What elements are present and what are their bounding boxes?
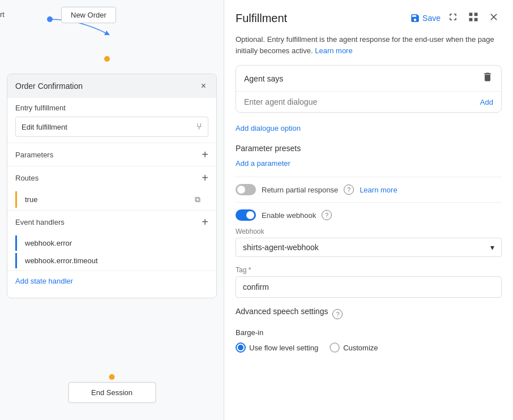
divider-2	[236, 202, 502, 203]
event-item-webhook-timeout[interactable]: webhook.error.timeout	[15, 253, 208, 268]
barge-in-options: Use flow level setting Customize	[236, 342, 502, 353]
add-parameter-button[interactable]: +	[202, 149, 208, 160]
node-new-order[interactable]: New Order	[61, 7, 116, 23]
node-hours: rt	[0, 10, 5, 19]
copy-icon: ⧉	[195, 195, 200, 204]
add-state-handler-button[interactable]: Add state handler	[7, 271, 81, 291]
event-label-1: webhook.error	[25, 239, 72, 247]
agent-says-header: Agent says	[236, 66, 501, 92]
save-icon	[410, 13, 420, 23]
toggle-knob-webhook	[246, 211, 254, 219]
fullscreen-button[interactable]	[445, 9, 461, 27]
entry-fulfillment-label: Entry fulfillment	[15, 104, 208, 112]
order-confirmation-card: Order Confirmation × Entry fulfillment E…	[7, 74, 217, 298]
tag-label: Tag *	[236, 266, 502, 274]
entry-fulfillment-section: Entry fulfillment Edit fulfillment ⑂	[7, 98, 216, 143]
radio-circle-customize	[330, 342, 340, 353]
event-handlers-label: Event handlers	[15, 218, 65, 226]
parameters-section: Parameters +	[7, 143, 216, 166]
tag-input[interactable]	[236, 276, 502, 298]
edit-fulfillment-row[interactable]: Edit fulfillment ⑂	[15, 117, 208, 137]
panel-header: Fulfillment Save	[236, 9, 502, 27]
svg-point-0	[47, 16, 53, 22]
enable-webhook-label: Enable webhook	[262, 211, 316, 220]
radio-label-customize: Customize	[343, 344, 378, 352]
return-partial-row: Return partial response ? Learn more	[236, 184, 502, 195]
add-route-button[interactable]: +	[202, 172, 208, 183]
fullscreen-icon	[447, 11, 459, 23]
enable-webhook-row: Enable webhook ?	[236, 209, 502, 221]
svg-point-1	[104, 56, 110, 62]
webhook-select[interactable]: shirts-agent-webhook ▾	[236, 238, 502, 257]
toggle-slider-partial	[236, 184, 256, 195]
right-panel: Fulfillment Save Optional. Entry fulfill…	[224, 0, 513, 420]
card-close-button[interactable]: ×	[199, 80, 208, 92]
parameter-presets-title: Parameter presets	[236, 144, 502, 153]
agent-says-card: Agent says Add	[236, 65, 502, 113]
advanced-speech-header: Advanced speech settings ?	[236, 307, 502, 322]
panel-title: Fulfillment	[236, 12, 287, 25]
return-partial-help-icon[interactable]: ?	[344, 185, 354, 195]
left-panel: rt New Order Order Confirmation × Entry …	[0, 0, 224, 420]
panel-actions: Save	[410, 9, 502, 27]
save-label: Save	[422, 14, 441, 23]
toggle-slider-webhook	[236, 209, 256, 221]
end-session-area: End Session	[68, 374, 156, 403]
event-handlers-section: Event handlers + webhook.error webhook.e…	[7, 211, 216, 271]
agent-dialogue-input[interactable]	[244, 97, 480, 106]
add-event-handler-button[interactable]: +	[202, 216, 208, 228]
event-item-webhook-error[interactable]: webhook.error	[15, 235, 208, 251]
grid-button[interactable]	[465, 9, 481, 27]
card-title: Order Confirmation	[15, 82, 83, 91]
description-learn-more-link[interactable]: Learn more	[315, 46, 352, 55]
close-panel-button[interactable]	[486, 9, 502, 27]
divider-1	[236, 177, 502, 177]
fork-icon: ⑂	[196, 122, 202, 132]
barge-in-label: Barge-in	[236, 328, 502, 337]
radio-use-flow-level[interactable]: Use flow level setting	[236, 342, 318, 353]
radio-label-flow: Use flow level setting	[249, 344, 318, 352]
add-dialogue-link-button[interactable]: Add	[480, 98, 493, 106]
description-text: Optional. Entry fulfillment is the agent…	[236, 34, 502, 56]
webhook-value: shirts-agent-webhook	[243, 243, 319, 252]
return-partial-learn-more[interactable]: Learn more	[360, 186, 397, 194]
parameter-presets-section: Parameter presets Add a parameter	[236, 144, 502, 168]
enable-webhook-help-icon[interactable]: ?	[322, 210, 332, 220]
webhook-section: Webhook shirts-agent-webhook ▾	[236, 228, 502, 257]
save-button[interactable]: Save	[410, 13, 441, 23]
agent-says-title: Agent says	[244, 74, 283, 83]
close-icon	[488, 11, 499, 23]
radio-customize[interactable]: Customize	[330, 342, 378, 353]
edit-fulfillment-text: Edit fulfillment	[22, 123, 67, 131]
orange-dot	[109, 374, 115, 380]
trash-icon	[482, 71, 493, 83]
agent-dialogue-row: Add	[236, 92, 501, 112]
canvas-area: rt New Order	[0, 0, 224, 74]
webhook-label: Webhook	[236, 228, 502, 235]
grid-icon	[468, 11, 479, 23]
tag-section: Tag *	[236, 266, 502, 298]
route-label: true	[25, 195, 37, 204]
advanced-speech-section: Advanced speech settings ? Barge-in Use …	[236, 307, 502, 353]
webhook-dropdown-icon: ▾	[490, 243, 494, 252]
parameters-header-row: Parameters +	[7, 143, 216, 166]
event-label-2: webhook.error.timeout	[25, 256, 98, 265]
add-dialogue-option-button[interactable]: Add dialogue option	[236, 122, 301, 135]
route-item[interactable]: true ⧉	[15, 191, 208, 208]
add-parameter-button[interactable]: Add a parameter	[236, 159, 290, 168]
delete-agent-says-button[interactable]	[482, 71, 493, 85]
return-partial-label: Return partial response	[262, 186, 338, 194]
enable-webhook-toggle[interactable]	[236, 209, 256, 221]
advanced-speech-title: Advanced speech settings	[236, 307, 328, 316]
parameters-label: Parameters	[15, 151, 53, 159]
routes-header-row: Routes +	[7, 166, 216, 189]
event-handlers-header-row: Event handlers +	[7, 211, 216, 233]
routes-label: Routes	[15, 174, 39, 182]
radio-circle-flow	[236, 342, 246, 353]
routes-section: Routes + true ⧉	[7, 166, 216, 211]
advanced-speech-help-icon[interactable]: ?	[332, 309, 343, 319]
toggle-knob-partial	[237, 186, 245, 194]
card-header: Order Confirmation ×	[7, 74, 216, 98]
return-partial-toggle[interactable]	[236, 184, 256, 195]
end-session-node[interactable]: End Session	[68, 382, 156, 403]
